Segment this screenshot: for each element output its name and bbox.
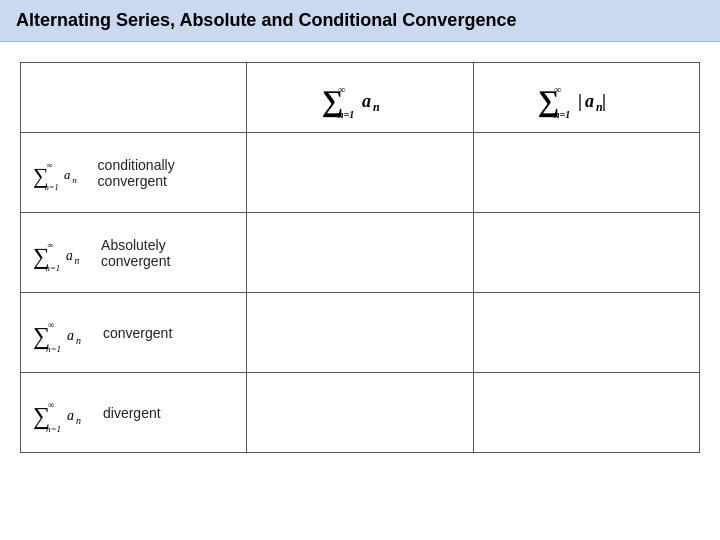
sum-an-formula: ∑ ∞ n=1 a n [259,73,460,123]
svg-text:a: a [64,168,70,182]
svg-text:∞: ∞ [48,400,54,410]
table-row: ∑ ∞ n=1 a n Absolutely convergent [21,213,700,293]
row-2-label-cell: ∑ ∞ n=1 a n Absolutely convergent [21,213,247,293]
svg-text:n: n [72,175,77,185]
row-2-col2 [247,213,473,293]
sum-abs-an-svg: ∑ ∞ n=1 | a n | [536,73,636,123]
svg-text:n=1: n=1 [46,424,61,434]
table-row: ∑ ∞ n=1 a n divergent [21,373,700,453]
col-header-sum-an: ∑ ∞ n=1 a n [247,63,473,133]
svg-text:a: a [67,328,74,343]
svg-text:∞: ∞ [48,240,54,250]
col-header-sum-abs-an: ∑ ∞ n=1 | a n | [473,63,699,133]
row-3-col2 [247,293,473,373]
svg-text:n=1: n=1 [46,263,61,273]
svg-text:∞: ∞ [338,84,345,95]
row-1-label-cell: ∑ ∞ n=1 a n conditionally convergent [21,133,247,213]
row-1-col3 [473,133,699,213]
page-title: Alternating Series, Absolute and Conditi… [0,0,720,42]
table-row: ∑ ∞ n=1 a n convergent [21,293,700,373]
row-4-label-cell: ∑ ∞ n=1 a n divergent [21,373,247,453]
sum-abs-an-formula: ∑ ∞ n=1 | a n | [486,73,687,123]
svg-text:|: | [578,91,582,111]
svg-text:n: n [76,335,81,346]
svg-text:a: a [66,248,73,263]
row-4-formula-svg: ∑ ∞ n=1 a n [33,390,93,435]
row-2-formula-svg: ∑ ∞ n=1 a n [33,230,91,275]
table-row: ∑ ∞ n=1 a n conditionally convergent [21,133,700,213]
svg-text:n: n [76,415,81,426]
svg-text:a: a [67,408,74,423]
convergence-table: ∑ ∞ n=1 a n ∑ ∞ n=1 [20,62,700,453]
svg-text:n=1: n=1 [46,344,61,354]
row-3-label-cell: ∑ ∞ n=1 a n convergent [21,293,247,373]
row-2-text: Absolutely convergent [101,237,234,269]
col-header-empty [21,63,247,133]
row-4-col3 [473,373,699,453]
svg-text:n: n [75,255,80,266]
svg-text:n=1: n=1 [554,109,570,120]
main-content: ∑ ∞ n=1 a n ∑ ∞ n=1 [0,42,720,473]
row-4-label: ∑ ∞ n=1 a n divergent [33,390,234,435]
row-2-col3 [473,213,699,293]
svg-text:∞: ∞ [48,320,54,330]
row-4-text: divergent [103,405,161,421]
svg-text:n=1: n=1 [45,183,59,192]
row-1-text: conditionally convergent [98,157,235,189]
row-2-label: ∑ ∞ n=1 a n Absolutely convergent [33,230,234,275]
row-4-col2 [247,373,473,453]
svg-text:∞: ∞ [47,161,53,170]
svg-text:n: n [373,100,380,114]
row-1-col2 [247,133,473,213]
row-3-col3 [473,293,699,373]
row-3-text: convergent [103,325,172,341]
row-3-label: ∑ ∞ n=1 a n convergent [33,310,234,355]
svg-text:∞: ∞ [554,84,561,95]
sum-an-svg: ∑ ∞ n=1 a n [320,73,400,123]
row-3-formula-svg: ∑ ∞ n=1 a n [33,310,93,355]
row-1-label: ∑ ∞ n=1 a n conditionally convergent [33,150,234,195]
svg-text:a: a [362,91,371,111]
svg-text:a: a [585,91,594,111]
svg-text:|: | [602,91,606,111]
row-1-formula-svg: ∑ ∞ n=1 a n [33,150,88,195]
svg-text:n=1: n=1 [338,109,354,120]
